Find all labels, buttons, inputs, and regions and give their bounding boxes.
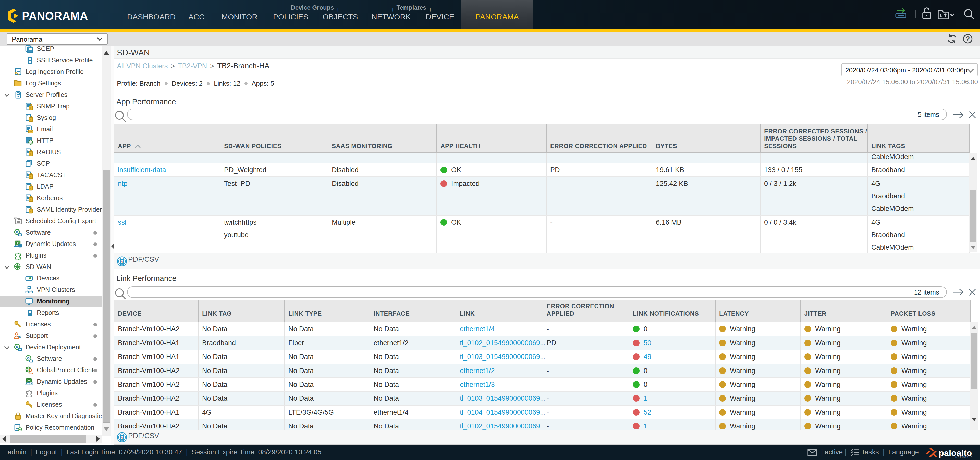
svg-text:A: A xyxy=(121,260,123,263)
svg-text:A: A xyxy=(121,436,123,439)
svg-text:?: ? xyxy=(966,35,970,43)
svg-text:NETWORKS: NETWORKS xyxy=(956,456,973,458)
